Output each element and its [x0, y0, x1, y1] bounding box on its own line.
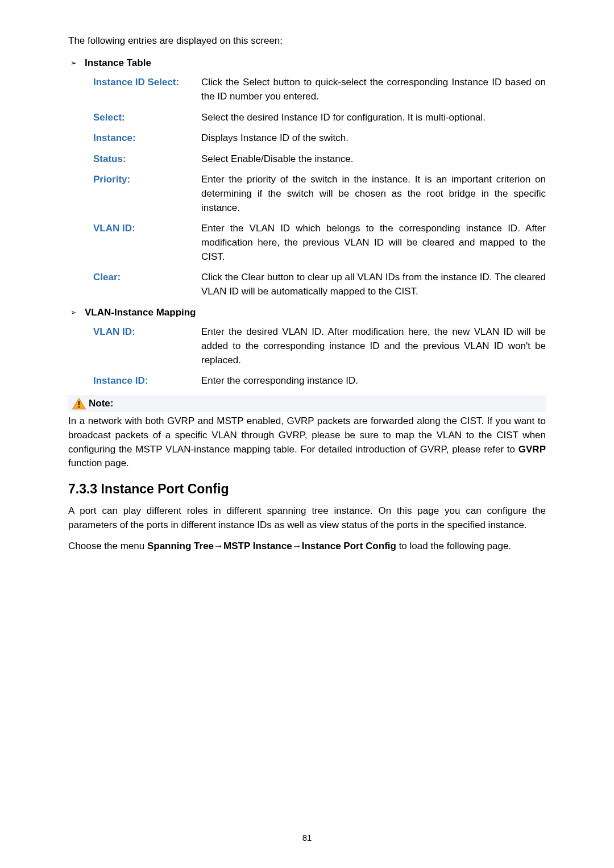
def-term-instance: Instance:	[93, 131, 201, 146]
definition-list-vlan-mapping: VLAN ID: Enter the desired VLAN ID. Afte…	[93, 325, 546, 388]
def-desc: Enter the corresponding instance ID.	[201, 374, 546, 388]
def-row: Clear: Click the Clear button to clear u…	[93, 271, 546, 298]
intro-text: The following entries are displayed on t…	[68, 34, 546, 48]
def-term-instance-id-select: Instance ID Select:	[93, 76, 201, 90]
page-number: 81	[0, 832, 614, 844]
def-term-vlan-id: VLAN ID:	[93, 325, 201, 339]
def-row: Instance: Displays Instance ID of the sw…	[93, 131, 546, 146]
def-term-select: Select:	[93, 111, 201, 125]
svg-rect-1	[78, 401, 80, 405]
bullet-arrow-icon: ➢	[70, 58, 77, 69]
note-bar: Note:	[68, 395, 546, 413]
def-term-vlan-id: VLAN ID:	[93, 222, 201, 236]
def-desc: Click the Select button to quick-select …	[201, 76, 546, 103]
def-term-status: Status:	[93, 152, 201, 167]
def-row: VLAN ID: Enter the VLAN ID which belongs…	[93, 222, 546, 264]
def-desc: Select Enable/Disable the instance.	[201, 152, 546, 167]
definition-list-instance-table: Instance ID Select: Click the Select but…	[93, 76, 546, 298]
body-paragraph-2: Choose the menu Spanning Tree→MSTP Insta…	[68, 539, 546, 554]
section-header-vlan-mapping: ➢ VLAN-Instance Mapping	[70, 306, 546, 320]
def-term-priority: Priority:	[93, 173, 201, 187]
def-row: Status: Select Enable/Disable the instan…	[93, 152, 546, 167]
def-desc: Enter the priority of the switch in the …	[201, 173, 546, 215]
def-row: Instance ID: Enter the corresponding ins…	[93, 374, 546, 388]
def-row: Priority: Enter the priority of the swit…	[93, 173, 546, 215]
def-row: Instance ID Select: Click the Select but…	[93, 76, 546, 103]
def-row: VLAN ID: Enter the desired VLAN ID. Afte…	[93, 325, 546, 367]
note-text: In a network with both GVRP and MSTP ena…	[68, 414, 546, 471]
section-header-label: VLAN-Instance Mapping	[85, 306, 196, 320]
def-desc: Enter the VLAN ID which belongs to the c…	[201, 222, 546, 264]
bullet-arrow-icon: ➢	[70, 308, 77, 318]
note-text-bold: GVRP	[518, 444, 546, 455]
def-term-clear: Clear:	[93, 271, 201, 285]
section-header-label: Instance Table	[85, 56, 151, 70]
section-heading-instance-port-config: 7.3.3 Instance Port Config	[68, 480, 546, 499]
section-header-instance-table: ➢ Instance Table	[70, 56, 546, 70]
note-label: Note:	[89, 397, 113, 411]
def-desc: Select the desired Instance ID for confi…	[201, 111, 546, 125]
def-row: Select: Select the desired Instance ID f…	[93, 111, 546, 125]
def-desc: Click the Clear button to clear up all V…	[201, 271, 546, 298]
warning-icon	[72, 397, 86, 410]
def-desc: Enter the desired VLAN ID. After modific…	[201, 325, 546, 367]
para2-post: to load the following page.	[396, 541, 511, 551]
def-term-instance-id: Instance ID:	[93, 374, 201, 388]
note-text-post: function page.	[68, 458, 129, 468]
para2-bold-nav-path: Spanning Tree→MSTP Instance→Instance Por…	[147, 541, 396, 551]
def-desc: Displays Instance ID of the switch.	[201, 131, 546, 146]
svg-rect-2	[78, 406, 80, 408]
body-paragraph-1: A port can play different roles in diffe…	[68, 504, 546, 532]
note-text-pre: In a network with both GVRP and MSTP ena…	[68, 416, 546, 454]
para2-pre: Choose the menu	[68, 541, 147, 551]
